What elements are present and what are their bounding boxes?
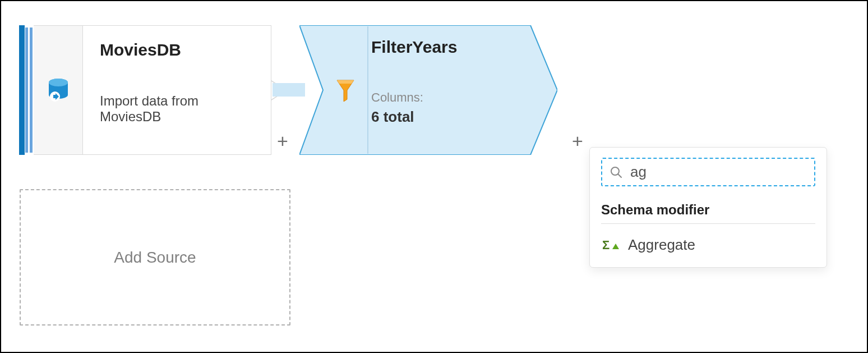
source-body: MoviesDB Import data from MoviesDB	[83, 25, 271, 155]
source-accent-bar	[19, 25, 25, 155]
add-step-button[interactable]: +	[572, 131, 583, 150]
filter-icon-cell	[323, 26, 368, 154]
database-source-icon	[47, 78, 70, 103]
filter-body: FilterYears Columns: 6 total	[371, 38, 529, 144]
filter-title: FilterYears	[371, 38, 529, 57]
source-icon-cell	[34, 25, 83, 155]
filter-columns-label: Columns:	[371, 90, 529, 105]
sigma-aggregate-icon: Σ	[602, 238, 619, 253]
filter-columns-total: 6 total	[371, 108, 529, 126]
search-icon	[610, 166, 622, 178]
svg-point-1	[49, 79, 68, 86]
source-title: MoviesDB	[100, 40, 254, 59]
add-source-label: Add Source	[114, 249, 196, 267]
filter-node[interactable]: FilterYears Columns: 6 total	[299, 25, 557, 155]
dropdown-item-label: Aggregate	[628, 236, 695, 254]
funnel-icon	[336, 79, 355, 102]
source-accent-stripe	[25, 27, 28, 153]
dropdown-section-title: Schema modifier	[601, 202, 815, 224]
transformation-search-input[interactable]: ag	[601, 158, 815, 186]
svg-marker-8	[612, 244, 619, 249]
svg-text:Σ: Σ	[602, 238, 610, 252]
search-query-text: ag	[630, 163, 647, 181]
add-step-button[interactable]: +	[277, 131, 288, 150]
source-description: Import data from MoviesDB	[100, 93, 254, 125]
dropdown-item-aggregate[interactable]: Σ Aggregate	[601, 234, 815, 256]
add-source-button[interactable]: Add Source	[20, 189, 290, 326]
source-node[interactable]: MoviesDB Import data from MoviesDB	[19, 25, 271, 155]
transformation-dropdown: ag Schema modifier Σ Aggregate	[589, 147, 827, 268]
svg-line-6	[618, 174, 621, 177]
source-accent-stripe	[30, 27, 33, 153]
